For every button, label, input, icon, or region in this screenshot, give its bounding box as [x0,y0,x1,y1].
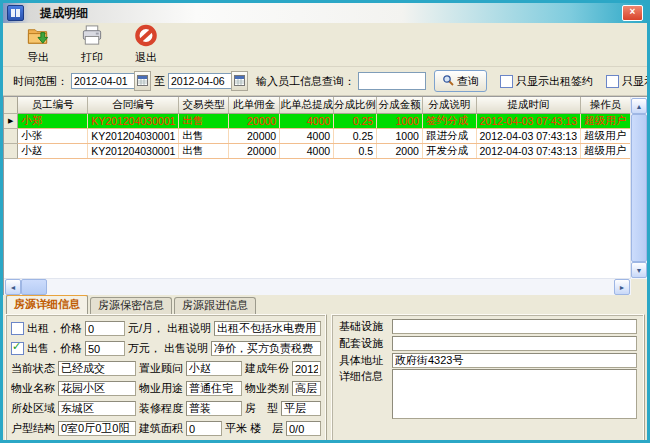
cell-amount: 1000 [377,114,423,129]
structure-input[interactable] [58,421,136,436]
infra-input[interactable] [392,319,637,334]
scroll-down-icon[interactable]: ▼ [631,262,647,278]
property-address-panel: 基础设施 配套设施 具体地址 详细信息 [331,314,645,443]
date-from-field [71,71,151,91]
cell-contract: KY201204030001 [88,129,179,144]
sale-label: 出售，价格 [27,341,82,356]
cell-total: 4000 [280,144,334,159]
rent-only-checkbox-group: 只显示出租签约 [500,74,593,89]
title-bar[interactable]: 提成明细 × [3,3,647,23]
cell-note: 跟进分成 [422,129,476,144]
property-use-input[interactable] [186,381,242,396]
print-button[interactable]: 打印 [73,24,111,65]
sale-price-input[interactable] [85,341,125,356]
cell-time: 2012-04-03 07:43:13 [476,129,581,144]
vertical-scroll-thumb[interactable] [631,114,647,262]
filter-bar: 时间范围： 至 输入员工信息查询： 查询 [3,67,647,96]
rent-price-input[interactable] [85,321,125,336]
col-time[interactable]: 提成时间 [476,97,581,114]
col-type[interactable]: 交易类型 [179,97,228,114]
cell-commission: 20000 [228,114,279,129]
sale-desc-input[interactable] [211,341,321,356]
cell-total: 4000 [280,114,334,129]
area-input[interactable] [186,421,222,436]
tab-property-followup[interactable]: 房源跟进信息 [174,297,256,314]
cell-note: 开发分成 [422,144,476,159]
date-to-calendar-button[interactable] [231,71,248,91]
cell-type: 出售 [179,129,228,144]
address-label: 具体地址 [339,353,389,368]
date-from-calendar-button[interactable] [134,71,151,91]
cell-note: 签约分成 [422,114,476,129]
col-operator[interactable]: 操作员 [581,97,631,114]
scroll-right-icon[interactable]: ► [614,279,630,295]
col-employee[interactable]: 员工编号 [18,97,88,114]
date-to-input[interactable] [168,73,232,89]
col-contract[interactable]: 合同编号 [88,97,179,114]
horizontal-scrollbar[interactable]: ◄ ► [4,278,631,295]
cell-contract: KY201204030001 [88,114,179,129]
vertical-scrollbar[interactable]: ▲ ▼ [630,97,647,279]
scroll-up-icon[interactable]: ▲ [631,98,647,114]
facility-input[interactable] [392,336,637,351]
info-textarea[interactable] [392,369,637,419]
grid-header-row: 员工编号 合同编号 交易类型 此单佣金 此单总提成 分成比例 分成金额 分成说明… [4,97,631,114]
decoration-input[interactable] [186,401,242,416]
employee-query-label: 输入员工信息查询： [256,74,355,89]
consultant-input[interactable] [186,361,242,376]
col-commission[interactable]: 此单佣金 [228,97,279,114]
col-total[interactable]: 此单总提成 [280,97,334,114]
district-row: 所处区域 装修程度 房 型 [11,400,321,417]
horizontal-scroll-thumb[interactable] [21,279,47,295]
export-button[interactable]: 导出 [19,24,57,65]
col-ratio[interactable]: 分成比例 [334,97,377,114]
date-range-label: 时间范围： [13,74,68,89]
address-input[interactable] [392,353,637,368]
search-icon [442,74,454,88]
close-button[interactable]: × [622,5,643,21]
year-input[interactable] [292,361,321,376]
col-note[interactable]: 分成说明 [422,97,476,114]
grid-row[interactable]: 小赵 KY201204030001 出售 20000 4000 0.5 2000… [4,144,631,159]
tab-property-detail[interactable]: 房源详细信息 [6,294,88,314]
facility-label: 配套设施 [339,336,389,351]
sale-desc-label: 出售说明 [164,341,208,356]
property-name-input[interactable] [58,381,136,396]
grid-row[interactable]: 小张 KY201204030001 出售 20000 4000 0.25 100… [4,129,631,144]
rent-label: 出租，价格 [27,321,82,336]
floor-label: 楼 层 [250,421,283,436]
status-input[interactable] [58,361,136,376]
sale-checkbox[interactable] [11,342,24,355]
area-label: 建筑面积 [139,421,183,436]
cell-time: 2012-04-03 07:43:13 [476,114,581,129]
structure-label: 户型结构 [11,421,55,436]
tab-property-confidential[interactable]: 房源保密信息 [90,297,172,314]
date-from-input[interactable] [71,73,135,89]
district-label: 所处区域 [11,401,55,416]
search-button[interactable]: 查询 [434,70,487,92]
sale-row: 出售，价格 万元， 出售说明 [11,340,321,357]
rent-only-label: 只显示出租签约 [516,74,593,89]
cell-commission: 20000 [228,129,279,144]
rent-only-checkbox[interactable] [500,75,513,88]
sale-only-checkbox[interactable] [606,75,619,88]
floor-input[interactable] [286,421,321,436]
col-amount[interactable]: 分成金额 [377,97,423,114]
district-input[interactable] [58,401,136,416]
calendar-icon [137,75,148,88]
rent-checkbox[interactable] [11,322,24,335]
grid-viewport: 员工编号 合同编号 交易类型 此单佣金 此单总提成 分成比例 分成金额 分成说明… [4,97,631,279]
property-class-input[interactable] [292,381,321,396]
info-row: 详细信息 [339,369,637,439]
property-class-label: 物业类别 [245,381,289,396]
house-type-input[interactable] [281,401,321,416]
scroll-left-icon[interactable]: ◄ [5,279,21,295]
rent-desc-input[interactable] [214,321,321,336]
cell-employee: 小郑 [18,114,88,129]
employee-query-input[interactable] [358,72,426,90]
cell-total: 4000 [280,129,334,144]
exit-button[interactable]: 退出 [127,24,165,65]
grid-row[interactable]: ▶ 小郑 KY201204030001 出售 20000 4000 0.25 1… [4,114,631,129]
decoration-label: 装修程度 [139,401,183,416]
cell-contract: KY201204030001 [88,144,179,159]
